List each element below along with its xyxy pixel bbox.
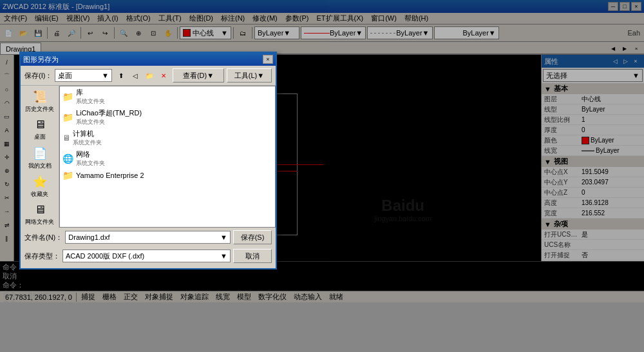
nav-network[interactable]: 🖥 网络文件夹	[24, 202, 56, 228]
dialog-toolbar-buttons: ⬆ ◁ 📁 ✕	[115, 69, 170, 82]
save-btn-label: 保存(S)	[241, 233, 265, 242]
file-list[interactable]: 📁 库 系统文件夹 📁 LiChao季超(TM_RD) 系统文件夹 🖥	[59, 86, 276, 228]
save-location-value: 桌面	[58, 71, 72, 81]
dialog-nav-prev[interactable]: ◁	[129, 69, 142, 82]
file-item-lichao[interactable]: 📁 LiChao季超(TM_RD) 系统文件夹	[60, 107, 275, 128]
file-item-network-sub: 系统文件夹	[76, 159, 105, 168]
folder-icon-1: 📁	[62, 92, 73, 102]
save-in-label: 保存(I)：	[24, 71, 52, 81]
dialog-delete[interactable]: ✕	[157, 69, 170, 82]
modal-overlay: 图形另存为 × 保存(I)： 桌面 ▼ ⬆ ◁ 📁 ✕ 查看(D)▼ 工具(L)…	[0, 0, 644, 352]
dialog-new-folder[interactable]: 📁	[143, 69, 156, 82]
dialog-view-label: 查看(D)▼	[183, 71, 214, 81]
file-item-lichao-name: LiChao季超(TM_RD)	[76, 108, 142, 118]
nav-favorites[interactable]: ⭐ 收藏夹	[24, 173, 56, 199]
nav-fav-label: 收藏夹	[31, 190, 48, 199]
dialog-cancel-button[interactable]: 取消	[233, 249, 272, 263]
save-dialog: 图形另存为 × 保存(I)： 桌面 ▼ ⬆ ◁ 📁 ✕ 查看(D)▼ 工具(L)…	[19, 52, 277, 269]
filename-value: Drawing1.dxf	[68, 233, 109, 241]
file-item-library-name: 库	[76, 88, 105, 97]
dialog-titlebar: 图形另存为 ×	[21, 53, 276, 66]
folder-icon-3: 🌐	[62, 153, 73, 164]
filetype-combo[interactable]: ACAD 2000版 DXF (.dxf) ▼	[62, 249, 231, 262]
file-item-lichao-sub: 系统文件夹	[76, 118, 142, 126]
folder-icon-4: 📁	[62, 170, 73, 181]
file-item-network-name: 网络	[76, 150, 105, 159]
nav-fav-icon: ⭐	[33, 175, 47, 189]
file-item-computer-info: 计算机 系统文件夹	[73, 129, 102, 147]
save-location-combo[interactable]: 桌面 ▼	[55, 69, 112, 82]
file-item-computer[interactable]: 🖥 计算机 系统文件夹	[60, 128, 275, 148]
filetype-row: 保存类型： ACAD 2000版 DXF (.dxf) ▼ 取消	[24, 249, 272, 263]
file-item-computer-name: 计算机	[73, 129, 102, 139]
dialog-nav-up[interactable]: ⬆	[115, 69, 128, 82]
dialog-view-button[interactable]: 查看(D)▼	[173, 68, 224, 83]
file-item-yamamo[interactable]: 📁 Yamamo Enterprise 2	[60, 169, 275, 182]
file-item-network-info: 网络 系统文件夹	[76, 150, 105, 168]
nav-history-icon: 📜	[33, 90, 47, 104]
nav-docs-icon: 📄	[33, 146, 47, 161]
folder-icon-2: 📁	[62, 112, 73, 122]
file-item-computer-sub: 系统文件夹	[73, 139, 102, 147]
filetype-label: 保存类型：	[24, 251, 60, 261]
nav-desktop-icon: 🖥	[34, 118, 46, 132]
file-item-library[interactable]: 📁 库 系统文件夹	[60, 86, 275, 107]
dialog-tools-button[interactable]: 工具(L)▼	[227, 68, 272, 83]
file-item-network[interactable]: 🌐 网络 系统文件夹	[60, 148, 275, 169]
filetype-value: ACAD 2000版 DXF (.dxf)	[66, 251, 144, 261]
dialog-toolbar: 保存(I)： 桌面 ▼ ⬆ ◁ 📁 ✕ 查看(D)▼ 工具(L)▼	[21, 66, 276, 86]
nav-desktop[interactable]: 🖥 桌面	[24, 117, 56, 142]
filename-input[interactable]: Drawing1.dxf ▼	[65, 231, 231, 244]
dialog-close-button[interactable]: ×	[263, 55, 273, 64]
cancel-btn-label: 取消	[245, 251, 260, 261]
nav-desktop-label: 桌面	[34, 133, 46, 141]
dialog-body: 📜 历史文件夹 🖥 桌面 📄 我的文档 ⭐ 收藏夹 🖥 网络文件夹	[21, 86, 276, 228]
dialog-save-button[interactable]: 保存(S)	[233, 230, 272, 244]
file-item-yamamo-info: Yamamo Enterprise 2	[76, 171, 144, 179]
nav-history[interactable]: 📜 历史文件夹	[24, 88, 56, 114]
dialog-bottom: 文件名(N)： Drawing1.dxf ▼ 保存(S) 保存类型： ACAD …	[21, 228, 276, 268]
nav-docs-label: 我的文档	[28, 162, 52, 170]
dialog-left-nav: 📜 历史文件夹 🖥 桌面 📄 我的文档 ⭐ 收藏夹 🖥 网络文件夹	[21, 86, 59, 228]
file-item-yamamo-name: Yamamo Enterprise 2	[76, 171, 144, 179]
nav-history-label: 历史文件夹	[25, 105, 54, 113]
nav-net-icon: 🖥	[34, 203, 46, 217]
filename-label: 文件名(N)：	[24, 233, 62, 242]
nav-documents[interactable]: 📄 我的文档	[24, 145, 56, 171]
computer-icon: 🖥	[62, 133, 70, 142]
file-item-library-sub: 系统文件夹	[76, 97, 105, 106]
file-item-library-info: 库 系统文件夹	[76, 88, 105, 106]
dialog-tools-label: 工具(L)▼	[234, 71, 264, 81]
file-item-lichao-info: LiChao季超(TM_RD) 系统文件夹	[76, 108, 142, 126]
nav-net-label: 网络文件夹	[25, 218, 54, 226]
filename-row: 文件名(N)： Drawing1.dxf ▼ 保存(S)	[24, 230, 272, 244]
dialog-title: 图形另存为	[23, 55, 59, 64]
